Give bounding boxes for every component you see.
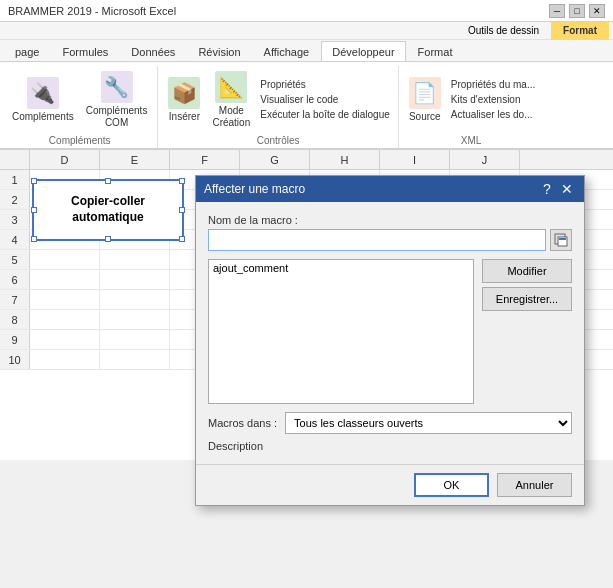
macro-icon-button[interactable]	[550, 229, 572, 251]
modal-side-buttons: Modifier Enregistrer...	[482, 259, 572, 404]
modal-close-button[interactable]: ✕	[558, 180, 576, 198]
macro-name-input-row	[208, 229, 572, 251]
modal-titlebar: Affecter une macro ? ✕	[196, 176, 584, 202]
modal-affecter-macro: Affecter une macro ? ✕ Nom de la macro :	[195, 175, 585, 506]
modal-body: Nom de la macro : ajout_comm	[196, 202, 584, 464]
macro-icon	[554, 233, 568, 247]
macro-name-row: Nom de la macro :	[208, 214, 572, 251]
macros-dans-label: Macros dans :	[208, 417, 277, 429]
macro-list-item[interactable]: ajout_comment	[209, 260, 473, 276]
macro-name-label: Nom de la macro :	[208, 214, 572, 226]
macro-list[interactable]: ajout_comment	[208, 259, 474, 404]
macros-dans-row: Macros dans : Tous les classeurs ouverts…	[208, 412, 572, 434]
annuler-button[interactable]: Annuler	[497, 473, 572, 497]
svg-rect-2	[559, 238, 566, 240]
modal-controls: ? ✕	[538, 180, 576, 198]
ok-button[interactable]: OK	[414, 473, 489, 497]
enregistrer-button[interactable]: Enregistrer...	[482, 287, 572, 311]
modal-footer: OK Annuler	[196, 464, 584, 505]
macros-dans-select[interactable]: Tous les classeurs ouverts Ce classeur	[285, 412, 572, 434]
description-label: Description	[208, 440, 572, 452]
modal-content-area: ajout_comment Modifier Enregistrer...	[208, 259, 572, 404]
modal-overlay: Affecter une macro ? ✕ Nom de la macro :	[0, 0, 613, 588]
modal-help-button[interactable]: ?	[538, 180, 556, 198]
macro-name-input[interactable]	[208, 229, 546, 251]
modal-title: Affecter une macro	[204, 182, 305, 196]
modifier-button[interactable]: Modifier	[482, 259, 572, 283]
